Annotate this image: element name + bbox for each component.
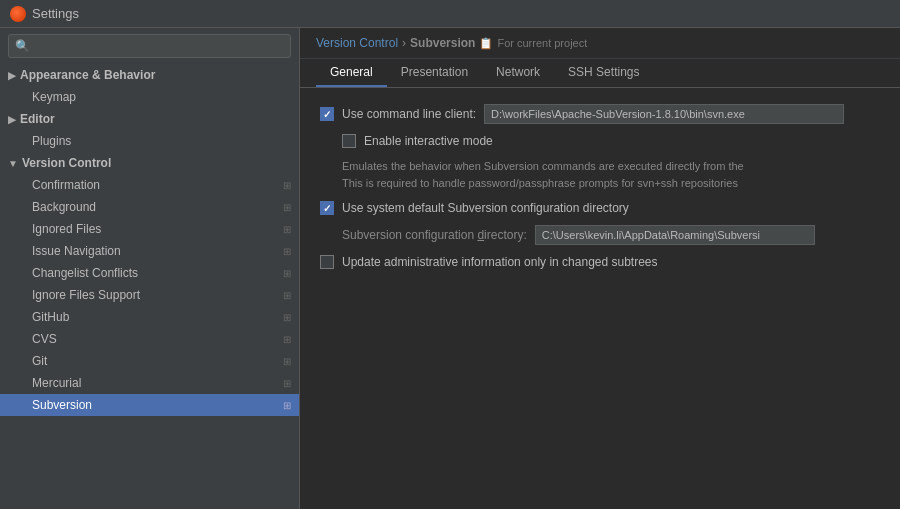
sidebar-item-label: Background bbox=[32, 200, 96, 214]
sidebar-item-ignore-files-support[interactable]: Ignore Files Support ⊞ bbox=[0, 284, 299, 306]
config-dir-label-text: Subversion configuration directory: bbox=[342, 228, 527, 242]
sidebar-item-label: Git bbox=[32, 354, 47, 368]
sidebar: 🔍 ▶ Appearance & Behavior Keymap ▶ Edito… bbox=[0, 28, 300, 509]
sidebar-item-issue-navigation[interactable]: Issue Navigation ⊞ bbox=[0, 240, 299, 262]
sidebar-item-label: Changelist Conflicts bbox=[32, 266, 138, 280]
config-dir-row: Subversion configuration directory: bbox=[342, 225, 880, 245]
sidebar-item-github[interactable]: GitHub ⊞ bbox=[0, 306, 299, 328]
sidebar-item-label: Plugins bbox=[32, 134, 71, 148]
sidebar-item-label: Confirmation bbox=[32, 178, 100, 192]
use-command-line-checkbox[interactable] bbox=[320, 107, 334, 121]
enable-interactive-label: Enable interactive mode bbox=[364, 134, 493, 148]
sidebar-item-label: CVS bbox=[32, 332, 57, 346]
page-icon: ⊞ bbox=[283, 268, 291, 279]
sidebar-item-version-control[interactable]: ▼ Version Control bbox=[0, 152, 299, 174]
sidebar-item-changelist-conflicts[interactable]: Changelist Conflicts ⊞ bbox=[0, 262, 299, 284]
search-icon: 🔍 bbox=[15, 39, 30, 53]
sidebar-item-label: GitHub bbox=[32, 310, 69, 324]
sidebar-item-label: Keymap bbox=[32, 90, 76, 104]
page-icon: ⊞ bbox=[283, 378, 291, 389]
description-text: Emulates the behavior when Subversion co… bbox=[342, 158, 880, 191]
tab-network[interactable]: Network bbox=[482, 59, 554, 87]
tab-ssh-settings[interactable]: SSH Settings bbox=[554, 59, 653, 87]
title-text: Settings bbox=[32, 6, 79, 21]
page-icon: ⊞ bbox=[283, 334, 291, 345]
sidebar-item-label: Ignore Files Support bbox=[32, 288, 140, 302]
expand-arrow: ▶ bbox=[8, 114, 16, 125]
sidebar-item-label: Ignored Files bbox=[32, 222, 101, 236]
page-icon: ⊞ bbox=[283, 224, 291, 235]
enable-interactive-checkbox[interactable] bbox=[342, 134, 356, 148]
page-icon: ⊞ bbox=[283, 290, 291, 301]
expand-arrow: ▶ bbox=[8, 70, 16, 81]
breadcrumb-current: Subversion bbox=[410, 36, 475, 50]
sidebar-item-git[interactable]: Git ⊞ bbox=[0, 350, 299, 372]
sidebar-item-plugins[interactable]: Plugins bbox=[0, 130, 299, 152]
sidebar-item-label: Subversion bbox=[32, 398, 92, 412]
config-dir-input[interactable] bbox=[535, 225, 815, 245]
tabs-bar: General Presentation Network SSH Setting… bbox=[300, 59, 900, 88]
tab-presentation[interactable]: Presentation bbox=[387, 59, 482, 87]
use-system-default-checkbox[interactable] bbox=[320, 201, 334, 215]
sidebar-item-ignored-files[interactable]: Ignored Files ⊞ bbox=[0, 218, 299, 240]
sidebar-item-label: Appearance & Behavior bbox=[20, 68, 155, 82]
sidebar-item-label: Issue Navigation bbox=[32, 244, 121, 258]
config-dir-label: Subversion configuration directory: bbox=[342, 228, 527, 242]
settings-body: Use command line client: Enable interact… bbox=[300, 88, 900, 509]
search-input[interactable] bbox=[34, 39, 284, 53]
sidebar-item-confirmation[interactable]: Confirmation ⊞ bbox=[0, 174, 299, 196]
sidebar-item-appearance[interactable]: ▶ Appearance & Behavior bbox=[0, 64, 299, 86]
breadcrumb-icon: 📋 bbox=[479, 37, 493, 50]
page-icon: ⊞ bbox=[283, 312, 291, 323]
page-icon: ⊞ bbox=[283, 400, 291, 411]
sidebar-item-label: Editor bbox=[20, 112, 55, 126]
title-bar: Settings bbox=[0, 0, 900, 28]
breadcrumb-link[interactable]: Version Control bbox=[316, 36, 398, 50]
search-box[interactable]: 🔍 bbox=[8, 34, 291, 58]
expand-arrow: ▼ bbox=[8, 158, 18, 169]
sidebar-item-mercurial[interactable]: Mercurial ⊞ bbox=[0, 372, 299, 394]
page-icon: ⊞ bbox=[283, 180, 291, 191]
sidebar-item-label: Version Control bbox=[22, 156, 111, 170]
use-command-line-label: Use command line client: bbox=[342, 107, 476, 121]
app-icon bbox=[10, 6, 26, 22]
update-admin-row: Update administrative information only i… bbox=[320, 255, 880, 269]
page-icon: ⊞ bbox=[283, 246, 291, 257]
breadcrumb: Version Control › Subversion 📋 For curre… bbox=[300, 28, 900, 59]
command-line-path-input[interactable] bbox=[484, 104, 844, 124]
sidebar-item-editor[interactable]: ▶ Editor bbox=[0, 108, 299, 130]
update-admin-checkbox[interactable] bbox=[320, 255, 334, 269]
page-icon: ⊞ bbox=[283, 356, 291, 367]
sidebar-item-label: Mercurial bbox=[32, 376, 81, 390]
use-system-default-label: Use system default Subversion configurat… bbox=[342, 201, 629, 215]
sidebar-item-subversion[interactable]: Subversion ⊞ bbox=[0, 394, 299, 416]
breadcrumb-separator: › bbox=[402, 36, 406, 50]
tab-general[interactable]: General bbox=[316, 59, 387, 87]
sidebar-item-background[interactable]: Background ⊞ bbox=[0, 196, 299, 218]
page-icon: ⊞ bbox=[283, 202, 291, 213]
main-layout: 🔍 ▶ Appearance & Behavior Keymap ▶ Edito… bbox=[0, 28, 900, 509]
enable-interactive-row: Enable interactive mode bbox=[342, 134, 880, 148]
update-admin-label: Update administrative information only i… bbox=[342, 255, 658, 269]
breadcrumb-sub: For current project bbox=[497, 37, 587, 49]
sidebar-item-cvs[interactable]: CVS ⊞ bbox=[0, 328, 299, 350]
use-command-line-row: Use command line client: bbox=[320, 104, 880, 124]
content-panel: Version Control › Subversion 📋 For curre… bbox=[300, 28, 900, 509]
sidebar-item-keymap[interactable]: Keymap bbox=[0, 86, 299, 108]
use-system-default-row: Use system default Subversion configurat… bbox=[320, 201, 880, 215]
